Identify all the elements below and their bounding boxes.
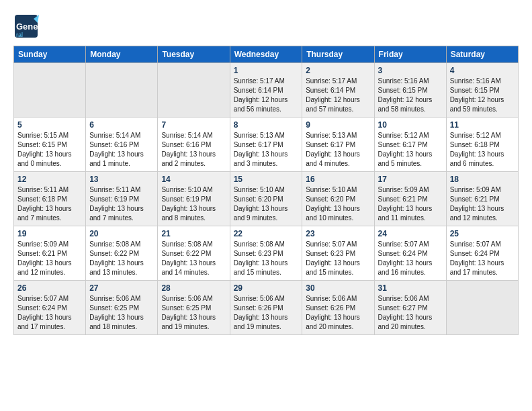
day-info: Sunrise: 5:17 AM Sunset: 6:14 PM Dayligh… bbox=[234, 77, 299, 114]
day-info: Sunrise: 5:12 AM Sunset: 6:18 PM Dayligh… bbox=[450, 131, 515, 169]
day-number: 23 bbox=[306, 229, 370, 238]
day-number: 9 bbox=[306, 120, 370, 130]
calendar-day-cell: 9Sunrise: 5:13 AM Sunset: 6:17 PM Daylig… bbox=[302, 118, 374, 172]
calendar-day-cell: 21Sunrise: 5:08 AM Sunset: 6:22 PM Dayli… bbox=[158, 226, 230, 281]
calendar-week-row: 19Sunrise: 5:09 AM Sunset: 6:21 PM Dayli… bbox=[14, 226, 519, 281]
day-number: 17 bbox=[378, 175, 443, 184]
day-info: Sunrise: 5:07 AM Sunset: 6:24 PM Dayligh… bbox=[378, 240, 443, 277]
weekday-header: Saturday bbox=[446, 46, 518, 63]
day-number: 1 bbox=[234, 66, 299, 75]
day-info: Sunrise: 5:06 AM Sunset: 6:25 PM Dayligh… bbox=[161, 294, 226, 332]
calendar-day-cell: 13Sunrise: 5:11 AM Sunset: 6:19 PM Dayli… bbox=[86, 172, 158, 226]
calendar-table: SundayMondayTuesdayWednesdayThursdayFrid… bbox=[13, 46, 519, 335]
calendar-day-cell: 8Sunrise: 5:13 AM Sunset: 6:17 PM Daylig… bbox=[230, 118, 302, 172]
day-info: Sunrise: 5:10 AM Sunset: 6:20 PM Dayligh… bbox=[306, 185, 370, 223]
day-info: Sunrise: 5:12 AM Sunset: 6:17 PM Dayligh… bbox=[378, 131, 443, 169]
calendar-day-cell: 18Sunrise: 5:09 AM Sunset: 6:21 PM Dayli… bbox=[446, 172, 518, 226]
day-info: Sunrise: 5:16 AM Sunset: 6:15 PM Dayligh… bbox=[378, 77, 443, 114]
weekday-header: Monday bbox=[86, 46, 158, 63]
calendar-day-cell: 15Sunrise: 5:10 AM Sunset: 6:20 PM Dayli… bbox=[230, 172, 302, 226]
weekday-header: Tuesday bbox=[158, 46, 230, 63]
svg-text:Gene: Gene bbox=[16, 21, 38, 32]
day-info: Sunrise: 5:13 AM Sunset: 6:17 PM Dayligh… bbox=[234, 131, 299, 169]
calendar-day-cell: 20Sunrise: 5:08 AM Sunset: 6:22 PM Dayli… bbox=[86, 226, 158, 281]
day-number: 13 bbox=[89, 175, 154, 184]
day-number: 10 bbox=[378, 120, 443, 130]
calendar-day-cell: 23Sunrise: 5:07 AM Sunset: 6:23 PM Dayli… bbox=[302, 226, 374, 281]
calendar-day-cell: 19Sunrise: 5:09 AM Sunset: 6:21 PM Dayli… bbox=[14, 226, 86, 281]
logo: Gene ral bbox=[13, 13, 42, 39]
day-number: 18 bbox=[450, 175, 515, 184]
day-info: Sunrise: 5:09 AM Sunset: 6:21 PM Dayligh… bbox=[17, 240, 82, 277]
day-info: Sunrise: 5:09 AM Sunset: 6:21 PM Dayligh… bbox=[450, 185, 515, 223]
day-number: 28 bbox=[161, 283, 226, 293]
day-info: Sunrise: 5:08 AM Sunset: 6:22 PM Dayligh… bbox=[161, 240, 226, 277]
day-info: Sunrise: 5:14 AM Sunset: 6:16 PM Dayligh… bbox=[89, 131, 154, 169]
day-info: Sunrise: 5:16 AM Sunset: 6:15 PM Dayligh… bbox=[450, 77, 515, 114]
calendar-week-row: 1Sunrise: 5:17 AM Sunset: 6:14 PM Daylig… bbox=[14, 63, 519, 118]
day-info: Sunrise: 5:07 AM Sunset: 6:23 PM Dayligh… bbox=[306, 240, 370, 277]
calendar-day-cell: 14Sunrise: 5:10 AM Sunset: 6:19 PM Dayli… bbox=[158, 172, 230, 226]
day-number: 19 bbox=[17, 229, 82, 238]
day-info: Sunrise: 5:06 AM Sunset: 6:25 PM Dayligh… bbox=[89, 294, 154, 332]
calendar-day-cell bbox=[446, 281, 518, 335]
day-number: 16 bbox=[306, 175, 370, 184]
calendar-day-cell: 24Sunrise: 5:07 AM Sunset: 6:24 PM Dayli… bbox=[374, 226, 446, 281]
day-number: 21 bbox=[161, 229, 226, 238]
weekday-header: Thursday bbox=[302, 46, 374, 63]
day-number: 20 bbox=[89, 229, 154, 238]
calendar-day-cell: 5Sunrise: 5:15 AM Sunset: 6:15 PM Daylig… bbox=[14, 118, 86, 172]
day-info: Sunrise: 5:09 AM Sunset: 6:21 PM Dayligh… bbox=[378, 185, 443, 223]
day-info: Sunrise: 5:10 AM Sunset: 6:20 PM Dayligh… bbox=[234, 185, 299, 223]
day-number: 27 bbox=[89, 283, 154, 293]
day-number: 31 bbox=[378, 283, 443, 293]
calendar-day-cell: 16Sunrise: 5:10 AM Sunset: 6:20 PM Dayli… bbox=[302, 172, 374, 226]
calendar-day-cell: 2Sunrise: 5:17 AM Sunset: 6:14 PM Daylig… bbox=[302, 63, 374, 118]
calendar-day-cell: 22Sunrise: 5:08 AM Sunset: 6:23 PM Dayli… bbox=[230, 226, 302, 281]
day-number: 3 bbox=[378, 66, 443, 75]
calendar-day-cell: 7Sunrise: 5:14 AM Sunset: 6:16 PM Daylig… bbox=[158, 118, 230, 172]
calendar-day-cell: 12Sunrise: 5:11 AM Sunset: 6:18 PM Dayli… bbox=[14, 172, 86, 226]
day-number: 2 bbox=[306, 66, 370, 75]
calendar-week-row: 26Sunrise: 5:07 AM Sunset: 6:24 PM Dayli… bbox=[14, 281, 519, 335]
day-number: 24 bbox=[378, 229, 443, 238]
weekday-header: Friday bbox=[374, 46, 446, 63]
calendar-day-cell: 6Sunrise: 5:14 AM Sunset: 6:16 PM Daylig… bbox=[86, 118, 158, 172]
weekday-header: Sunday bbox=[14, 46, 86, 63]
day-number: 22 bbox=[234, 229, 299, 238]
calendar-day-cell: 10Sunrise: 5:12 AM Sunset: 6:17 PM Dayli… bbox=[374, 118, 446, 172]
calendar-day-cell: 27Sunrise: 5:06 AM Sunset: 6:25 PM Dayli… bbox=[86, 281, 158, 335]
calendar-day-cell: 3Sunrise: 5:16 AM Sunset: 6:15 PM Daylig… bbox=[374, 63, 446, 118]
day-number: 14 bbox=[161, 175, 226, 184]
day-info: Sunrise: 5:07 AM Sunset: 6:24 PM Dayligh… bbox=[17, 294, 82, 332]
weekday-header: Wednesday bbox=[230, 46, 302, 63]
calendar-day-cell: 17Sunrise: 5:09 AM Sunset: 6:21 PM Dayli… bbox=[374, 172, 446, 226]
day-number: 8 bbox=[234, 120, 299, 130]
calendar-day-cell bbox=[158, 63, 230, 118]
day-number: 5 bbox=[17, 120, 82, 130]
day-number: 26 bbox=[17, 283, 82, 293]
calendar-day-cell: 30Sunrise: 5:06 AM Sunset: 6:26 PM Dayli… bbox=[302, 281, 374, 335]
calendar-day-cell: 25Sunrise: 5:07 AM Sunset: 6:24 PM Dayli… bbox=[446, 226, 518, 281]
day-number: 7 bbox=[161, 120, 226, 130]
calendar-day-cell bbox=[86, 63, 158, 118]
day-info: Sunrise: 5:11 AM Sunset: 6:18 PM Dayligh… bbox=[17, 185, 82, 223]
calendar-day-cell: 4Sunrise: 5:16 AM Sunset: 6:15 PM Daylig… bbox=[446, 63, 518, 118]
day-info: Sunrise: 5:14 AM Sunset: 6:16 PM Dayligh… bbox=[161, 131, 226, 169]
day-number: 15 bbox=[234, 175, 299, 184]
day-info: Sunrise: 5:13 AM Sunset: 6:17 PM Dayligh… bbox=[306, 131, 370, 169]
day-number: 6 bbox=[89, 120, 154, 130]
day-info: Sunrise: 5:06 AM Sunset: 6:26 PM Dayligh… bbox=[306, 294, 370, 332]
calendar-day-cell: 26Sunrise: 5:07 AM Sunset: 6:24 PM Dayli… bbox=[14, 281, 86, 335]
calendar-day-cell: 28Sunrise: 5:06 AM Sunset: 6:25 PM Dayli… bbox=[158, 281, 230, 335]
day-number: 30 bbox=[306, 283, 370, 293]
svg-text:ral: ral bbox=[16, 32, 23, 38]
page-header: Gene ral bbox=[13, 13, 519, 39]
day-info: Sunrise: 5:06 AM Sunset: 6:27 PM Dayligh… bbox=[378, 294, 443, 332]
day-info: Sunrise: 5:08 AM Sunset: 6:23 PM Dayligh… bbox=[234, 240, 299, 277]
day-info: Sunrise: 5:06 AM Sunset: 6:26 PM Dayligh… bbox=[234, 294, 299, 332]
day-number: 11 bbox=[450, 120, 515, 130]
day-number: 4 bbox=[450, 66, 515, 75]
calendar-week-row: 12Sunrise: 5:11 AM Sunset: 6:18 PM Dayli… bbox=[14, 172, 519, 226]
day-info: Sunrise: 5:17 AM Sunset: 6:14 PM Dayligh… bbox=[306, 77, 370, 114]
